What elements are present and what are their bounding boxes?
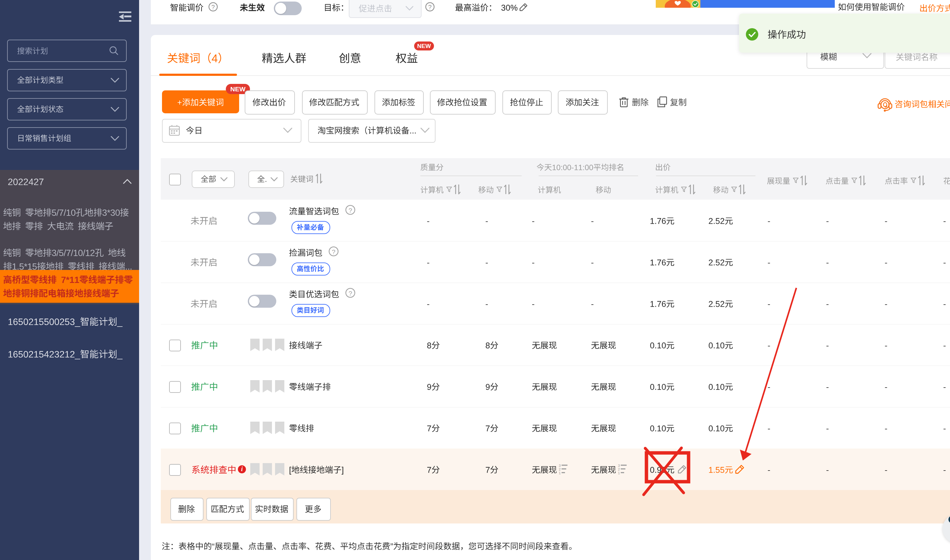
svg-text:?: ? (349, 207, 352, 214)
svg-text:?: ? (211, 4, 215, 11)
svg-text:?: ? (349, 290, 352, 297)
svg-text:?: ? (332, 248, 335, 255)
svg-text:3: 3 (618, 464, 620, 468)
svg-text:1: 1 (559, 471, 561, 475)
svg-text:3: 3 (559, 464, 561, 468)
svg-text:2: 2 (559, 468, 561, 471)
svg-text:1: 1 (618, 471, 620, 475)
svg-text:i: i (241, 466, 243, 472)
svg-text:2: 2 (618, 468, 620, 471)
svg-text:?: ? (429, 4, 432, 11)
